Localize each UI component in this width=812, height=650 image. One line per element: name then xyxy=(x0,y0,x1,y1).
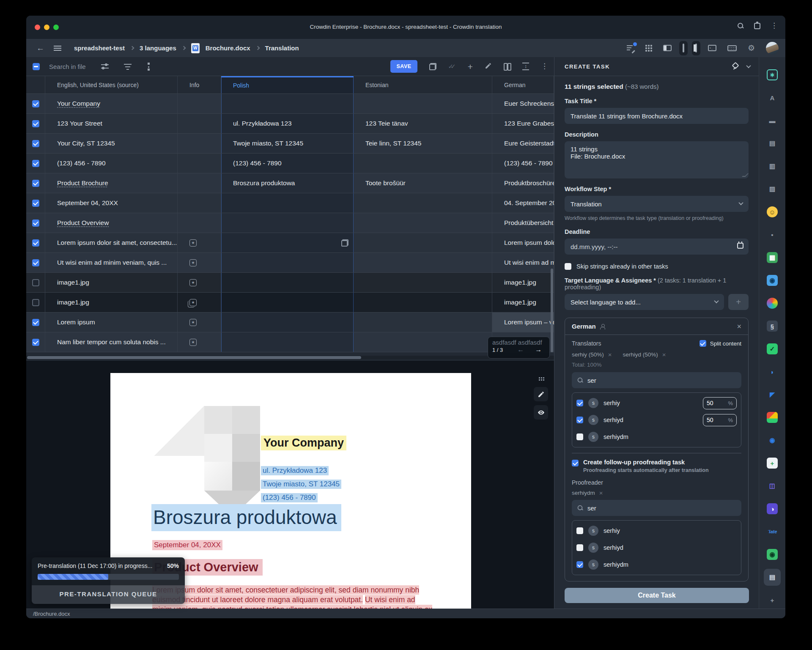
source-cell[interactable]: Nam liber tempor cum soluta nobis ... xyxy=(45,332,178,352)
polish-cell[interactable]: ul. Przykładowa 123 xyxy=(221,114,354,133)
source-cell[interactable]: Lorem ipsum xyxy=(45,313,178,332)
assignee-checkbox[interactable] xyxy=(576,527,583,534)
polish-cell[interactable]: (123) 456 - 7890 xyxy=(221,154,354,173)
doc-address-line2[interactable]: Twoje miasto, ST 12345 xyxy=(261,480,341,489)
assignee-checkbox[interactable] xyxy=(576,561,583,568)
estonian-cell[interactable] xyxy=(354,154,492,173)
remove-chip-icon[interactable]: × xyxy=(662,351,666,358)
polish-cell[interactable] xyxy=(221,253,354,272)
workflow-steps-icon[interactable] xyxy=(147,62,150,71)
breadcrumb-project[interactable]: spreadsheet-test xyxy=(74,44,125,52)
estonian-cell[interactable] xyxy=(354,193,492,213)
row-checkbox[interactable] xyxy=(32,339,39,346)
german-cell[interactable]: image1.jpg xyxy=(492,273,554,292)
polish-cell[interactable] xyxy=(221,313,354,332)
language-select[interactable]: Select language to add... xyxy=(565,294,724,310)
estonian-cell[interactable] xyxy=(354,313,492,332)
estonian-cell[interactable] xyxy=(354,94,492,113)
german-cell[interactable]: image1.jpg xyxy=(492,293,554,312)
estonian-cell[interactable] xyxy=(354,332,492,352)
table-row[interactable]: (123) 456 - 7890(123) 456 - 7890(123) 45… xyxy=(26,154,554,173)
table-row[interactable]: September 04, 20XX04. September 20X xyxy=(26,193,554,213)
doc-title[interactable]: Broszura produktowa xyxy=(151,504,341,531)
table-row[interactable]: Product BrochureBroszura produktowaToote… xyxy=(26,173,554,193)
estonian-cell[interactable] xyxy=(354,213,492,233)
german-cell[interactable]: (123) 456 - 7890☎ xyxy=(492,154,554,173)
remove-language-icon[interactable]: × xyxy=(737,323,741,330)
source-cell[interactable]: Ut wisi enim ad minim veniam, quis ... xyxy=(45,253,178,272)
column-header-polish[interactable]: Polish xyxy=(221,76,354,93)
smiley-icon[interactable]: ☺ xyxy=(764,203,781,220)
doc-info-icon[interactable]: ▨ xyxy=(764,181,781,197)
translator-searchbox[interactable] xyxy=(572,372,741,388)
assignee-checkbox[interactable] xyxy=(576,417,583,423)
split-content-checkbox[interactable] xyxy=(700,340,706,347)
search-input[interactable]: Search in file xyxy=(49,63,86,70)
page-translate-icon[interactable]: ▦ xyxy=(764,249,781,266)
estonian-cell[interactable]: Toote brošüür xyxy=(354,173,492,193)
assignee-option[interactable]: sserhiydm xyxy=(576,428,737,445)
row-checkbox[interactable] xyxy=(32,140,39,147)
polish-cell[interactable] xyxy=(221,94,354,113)
polish-cell[interactable]: Broszura produktowa xyxy=(221,173,354,193)
table-row[interactable]: Nam liber tempor cum soluta nobis ...★ xyxy=(26,332,554,352)
proofreader-search-input[interactable] xyxy=(587,505,736,512)
copy-icon[interactable] xyxy=(341,239,348,247)
calendar-icon[interactable] xyxy=(737,243,743,249)
bird-icon[interactable]: ◤ xyxy=(764,386,781,403)
polish-cell[interactable] xyxy=(221,193,354,213)
source-cell[interactable]: Lorem ipsum dolor sit amet, consectetu..… xyxy=(45,233,178,252)
context-star-icon[interactable]: ★ xyxy=(189,319,197,326)
remove-chip-icon[interactable]: × xyxy=(599,489,603,496)
assignee-option[interactable]: sserhiy50% xyxy=(576,395,737,411)
dot-icon[interactable]: • xyxy=(764,226,781,243)
menu-icon[interactable] xyxy=(54,46,61,51)
proofreader-searchbox[interactable] xyxy=(572,500,741,516)
collapse-panel-icon[interactable] xyxy=(746,63,751,68)
estonian-cell[interactable] xyxy=(354,253,492,272)
comment-icon[interactable]: ▬ xyxy=(764,112,781,129)
filter-icon[interactable] xyxy=(124,63,132,70)
row-checkbox[interactable] xyxy=(32,100,39,107)
eye-app-icon[interactable]: ◉ xyxy=(764,272,781,289)
german-cell[interactable]: Produktbroschüre d xyxy=(492,173,554,193)
approve-all-icon[interactable]: ✓✓ xyxy=(448,63,456,70)
german-cell[interactable]: 04. September 20X xyxy=(492,193,554,213)
doc-address-line1[interactable]: ul. Przykładowa 123 xyxy=(261,466,329,475)
browser-extensions-icon[interactable] xyxy=(754,23,760,29)
assignee-option[interactable]: sserhiyd xyxy=(576,539,737,556)
german-cell[interactable]: Eure Geisterstadt, B xyxy=(492,134,554,153)
polish-cell[interactable] xyxy=(221,332,354,352)
column-header-info[interactable]: Info xyxy=(178,76,221,93)
translate-icon[interactable]: A xyxy=(764,89,781,106)
table-row[interactable]: image1.jpg★image1.jpg xyxy=(26,273,554,293)
followup-row[interactable]: Create follow-up proofreading task Proof… xyxy=(572,459,741,473)
skip-strings-row[interactable]: Skip strings already in other tasks xyxy=(565,263,749,270)
assignee-checkbox[interactable] xyxy=(576,433,583,440)
skip-strings-checkbox[interactable] xyxy=(565,263,571,270)
german-cell[interactable]: Lorem ipsum – verf xyxy=(492,313,554,332)
table-vertical-scrollbar[interactable] xyxy=(551,269,553,352)
green-eye-icon[interactable]: ◉ xyxy=(764,546,781,563)
settings-gear-icon[interactable]: ⚙ xyxy=(748,44,755,52)
row-checkbox[interactable] xyxy=(32,180,39,187)
breadcrumb-languages[interactable]: 3 languages xyxy=(140,44,176,52)
description-textarea[interactable]: 11 strings File: Brochure.docx xyxy=(565,141,749,178)
create-task-button[interactable]: Create Task xyxy=(565,588,749,603)
breadcrumb-step[interactable]: Translation xyxy=(265,44,299,52)
source-cell[interactable]: Your City, ST 12345 xyxy=(45,134,178,153)
add-language-button[interactable]: + xyxy=(728,294,749,310)
row-checkbox[interactable] xyxy=(32,259,39,266)
german-cell[interactable]: 123 Eure Grabesgas xyxy=(492,114,554,133)
column-header-estonian[interactable]: Estonian xyxy=(354,76,492,93)
table-row[interactable]: image1.jpg★image1.jpg xyxy=(26,293,554,313)
drag-handle-icon[interactable] xyxy=(538,377,544,381)
german-cell[interactable]: Ut wisi enim ad min xyxy=(492,253,554,272)
expand-rows-icon[interactable]: ↕ xyxy=(522,63,529,70)
browser-menu-icon[interactable]: ⋮ xyxy=(771,22,778,29)
keyboard-shortcuts-icon[interactable] xyxy=(727,45,737,51)
german-cell[interactable]: Lorem ipsum dolor s xyxy=(492,233,554,252)
workflow-step-select[interactable]: Translation xyxy=(565,196,749,212)
polish-cell[interactable] xyxy=(221,293,354,312)
add-extension-icon[interactable]: + xyxy=(764,592,781,609)
